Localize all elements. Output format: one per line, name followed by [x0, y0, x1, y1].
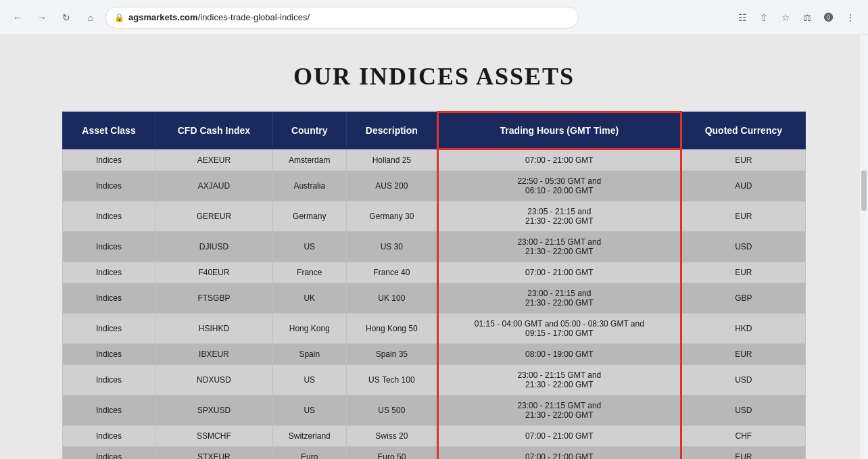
table-row: IndicesSSMCHFSwitzerlandSwiss 2007:00 - … [63, 426, 806, 447]
table-cell: AXJAUD [155, 171, 273, 201]
table-cell: Indices [63, 171, 155, 201]
table-cell: Hong Kong [272, 314, 346, 344]
profile-icon[interactable]: ⓿ [819, 8, 838, 27]
url-display: agsmarkets.com/indices-trade-global-indi… [128, 12, 310, 22]
lock-icon: 🔒 [114, 13, 124, 22]
table-cell: EUR [681, 344, 805, 365]
table-cell: US Tech 100 [346, 365, 437, 395]
table-cell: 07:00 - 21:00 GMT [437, 426, 681, 447]
table-cell: Euro [272, 447, 346, 460]
table-row: IndicesHSIHKDHong KongHong Kong 5001:15 … [63, 314, 806, 344]
col-header-quoted-currency: Quoted Currency [681, 112, 805, 149]
forward-button[interactable]: → [32, 8, 51, 27]
table-cell: Indices [63, 365, 155, 395]
extensions-icon[interactable]: ⚖ [798, 8, 817, 27]
table-cell: US [272, 232, 346, 262]
table-cell: USD [681, 365, 805, 395]
table-cell: SSMCHF [155, 426, 273, 447]
table-cell: USD [681, 395, 805, 426]
browser-action-icons: ☷ ⇧ ☆ ⚖ ⓿ ⋮ [733, 8, 860, 27]
address-bar[interactable]: 🔒 agsmarkets.com/indices-trade-global-in… [105, 7, 579, 28]
page-title: OUR INDICES ASSETS [14, 62, 854, 91]
table-cell: Indices [63, 232, 155, 262]
table-cell: Spain 35 [346, 344, 437, 365]
browser-toolbar: ← → ↻ ⌂ 🔒 agsmarkets.com/indices-trade-g… [0, 0, 868, 35]
table-cell: 07:00 - 21:00 GMT [437, 262, 681, 283]
table-row: IndicesF40EURFranceFrance 4007:00 - 21:0… [63, 262, 806, 283]
col-header-cfd-cash-index: CFD Cash Index [155, 112, 273, 149]
table-cell: AUD [681, 171, 805, 201]
table-cell: US [272, 365, 346, 395]
table-cell: 23:00 - 21:15 GMT and 21:30 - 22:00 GMT [437, 395, 681, 426]
table-row: IndicesDJIUSDUSUS 3023:00 - 21:15 GMT an… [63, 232, 806, 262]
table-cell: France 40 [346, 262, 437, 283]
table-cell: STXEUR [155, 447, 273, 460]
table-row: IndicesIBXEURSpainSpain 3508:00 - 19:00 … [63, 344, 806, 365]
page-content: OUR INDICES ASSETS Asset Class CFD Cash … [0, 35, 868, 459]
table-cell: HKD [681, 314, 805, 344]
back-button[interactable]: ← [8, 8, 27, 27]
table-cell: GBP [681, 283, 805, 314]
table-row: IndicesNDXUSDUSUS Tech 10023:00 - 21:15 … [63, 365, 806, 395]
table-cell: Amsterdam [272, 149, 346, 171]
bookmark-icon[interactable]: ☆ [776, 8, 795, 27]
table-cell: US 500 [346, 395, 437, 426]
table-cell: EUR [681, 149, 805, 171]
table-row: IndicesFTSGBPUKUK 10023:00 - 21:15 and 2… [63, 283, 806, 314]
table-cell: F40EUR [155, 262, 273, 283]
table-cell: France [272, 262, 346, 283]
table-cell: 23:00 - 21:15 GMT and 21:30 - 22:00 GMT [437, 232, 681, 262]
col-header-country: Country [272, 112, 346, 149]
table-cell: SPXUSD [155, 395, 273, 426]
table-cell: 07:00 - 21:00 GMT [437, 149, 681, 171]
col-header-trading-hours: Trading Hours (GMT Time) [437, 112, 681, 149]
table-cell: IBXEUR [155, 344, 273, 365]
table-cell: UK [272, 283, 346, 314]
table-cell: UK 100 [346, 283, 437, 314]
table-cell: Indices [63, 283, 155, 314]
table-cell: Indices [63, 395, 155, 426]
table-cell: USD [681, 232, 805, 262]
table-cell: Indices [63, 426, 155, 447]
menu-icon[interactable]: ⋮ [841, 8, 860, 27]
table-cell: NDXUSD [155, 365, 273, 395]
table-cell: Indices [63, 201, 155, 232]
table-cell: Indices [63, 447, 155, 460]
reload-button[interactable]: ↻ [57, 8, 76, 27]
table-cell: 01:15 - 04:00 GMT and 05:00 - 08:30 GMT … [437, 314, 681, 344]
col-header-asset-class: Asset Class [63, 112, 155, 149]
indices-table-container: Asset Class CFD Cash Index Country Descr… [62, 111, 806, 459]
table-cell: Switzerland [272, 426, 346, 447]
table-cell: Indices [63, 262, 155, 283]
table-cell: EUR [681, 262, 805, 283]
table-row: IndicesSTXEUREuroEuro 5007:00 - 21:00 GM… [63, 447, 806, 460]
scrollbar[interactable] [860, 35, 868, 459]
table-cell: 23:00 - 21:15 and 21:30 - 22:00 GMT [437, 283, 681, 314]
table-cell: GEREUR [155, 201, 273, 232]
home-button[interactable]: ⌂ [81, 8, 100, 27]
table-cell: EUR [681, 447, 805, 460]
table-cell: Australia [272, 171, 346, 201]
scrollbar-thumb[interactable] [861, 170, 867, 211]
table-cell: DJIUSD [155, 232, 273, 262]
table-cell: 07:00 - 21:00 GMT [437, 447, 681, 460]
table-cell: 23:05 - 21:15 and 21:30 - 22:00 GMT [437, 201, 681, 232]
table-cell: AUS 200 [346, 171, 437, 201]
table-cell: Swiss 20 [346, 426, 437, 447]
table-cell: Germany [272, 201, 346, 232]
table-cell: Indices [63, 149, 155, 171]
table-cell: HSIHKD [155, 314, 273, 344]
table-cell: CHF [681, 426, 805, 447]
table-cell: Spain [272, 344, 346, 365]
table-cell: Germany 30 [346, 201, 437, 232]
table-cell: Indices [63, 314, 155, 344]
table-cell: US [272, 395, 346, 426]
table-row: IndicesAEXEURAmsterdamHolland 2507:00 - … [63, 149, 806, 171]
translate-icon[interactable]: ☷ [733, 8, 752, 27]
share-icon[interactable]: ⇧ [754, 8, 773, 27]
table-row: IndicesAXJAUDAustraliaAUS 20022:50 - 05:… [63, 171, 806, 201]
table-cell: Holland 25 [346, 149, 437, 171]
table-cell: 22:50 - 05:30 GMT and 06:10 - 20:00 GMT [437, 171, 681, 201]
indices-table: Asset Class CFD Cash Index Country Descr… [62, 111, 806, 459]
table-row: IndicesSPXUSDUSUS 50023:00 - 21:15 GMT a… [63, 395, 806, 426]
